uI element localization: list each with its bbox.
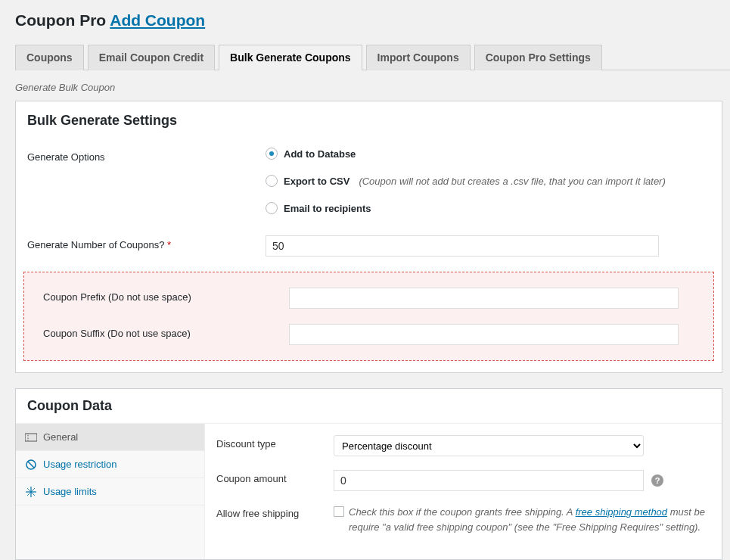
sidebar-tab-general[interactable]: General: [16, 424, 204, 451]
tab-import[interactable]: Import Coupons: [366, 45, 471, 70]
radio-add-database[interactable]: [266, 148, 278, 160]
coupon-data-title: Coupon Data: [16, 389, 722, 424]
tab-settings[interactable]: Coupon Pro Settings: [474, 45, 602, 70]
required-asterisk: *: [167, 239, 171, 250]
block-icon: [25, 459, 37, 470]
sidebar-general-label: General: [43, 431, 78, 443]
svg-rect-0: [25, 434, 37, 441]
coupon-data-panel: Discount type Percentage discount Coupon…: [205, 424, 722, 559]
ticket-icon: [25, 433, 37, 442]
discount-type-select[interactable]: Percentage discount: [334, 435, 644, 456]
radio-email-recipients[interactable]: [266, 202, 278, 214]
free-shipping-description: Check this box if the coupon grants free…: [349, 505, 710, 534]
sidebar-restriction-label: Usage restriction: [43, 459, 117, 470]
coupon-amount-label: Coupon amount: [216, 470, 334, 484]
sidebar-tab-usage-limits[interactable]: Usage limits: [16, 478, 204, 506]
bulk-settings-title: Bulk Generate Settings: [16, 101, 722, 140]
coupon-prefix-label: Coupon Prefix (Do not use space): [24, 280, 281, 316]
nav-tab-wrapper: Coupons Email Coupon Credit Bulk Generat…: [15, 37, 730, 70]
help-icon[interactable]: ?: [651, 474, 663, 487]
coupon-data-sidebar: General Usage restriction Usage limits: [16, 424, 205, 559]
radio-export-csv-hint: (Coupon will not add but creates a .csv …: [359, 176, 665, 187]
free-shipping-checkbox[interactable]: [334, 506, 344, 517]
radio-email-recipients-label: Email to recipients: [284, 203, 371, 214]
allow-free-shipping-label: Allow free shipping: [216, 505, 334, 519]
prefix-suffix-box: Coupon Prefix (Do not use space) Coupon …: [23, 272, 714, 361]
number-coupons-label: Generate Number of Coupons?: [27, 239, 164, 250]
add-coupon-link[interactable]: Add Coupon: [110, 11, 205, 29]
page-description: Generate Bulk Coupon: [15, 82, 715, 93]
free-shipping-link[interactable]: free shipping method: [576, 506, 667, 518]
radio-export-csv[interactable]: [266, 175, 278, 187]
coupon-suffix-label: Coupon Suffix (Do not use space): [24, 316, 281, 353]
tab-coupons[interactable]: Coupons: [15, 45, 84, 70]
sidebar-limits-label: Usage limits: [43, 486, 97, 497]
bulk-settings-box: Bulk Generate Settings Generate Options …: [15, 101, 722, 373]
limits-icon: [25, 487, 37, 497]
tab-email-credit[interactable]: Email Coupon Credit: [88, 45, 215, 70]
svg-line-3: [28, 462, 34, 468]
coupon-data-box: Coupon Data General Usage restriction Us…: [15, 388, 722, 560]
discount-type-label: Discount type: [216, 435, 334, 450]
coupon-amount-input[interactable]: [334, 470, 644, 491]
radio-export-csv-label: Export to CSV: [284, 176, 349, 187]
generate-options-label: Generate Options: [16, 140, 258, 228]
radio-add-database-label: Add to Databse: [284, 148, 356, 160]
number-coupons-input[interactable]: [266, 235, 659, 257]
sidebar-tab-usage-restriction[interactable]: Usage restriction: [16, 451, 204, 478]
coupon-prefix-input[interactable]: [289, 288, 679, 309]
page-title: Coupon Pro: [15, 11, 106, 29]
tab-bulk-generate[interactable]: Bulk Generate Coupons: [219, 45, 362, 70]
coupon-suffix-input[interactable]: [289, 324, 679, 345]
